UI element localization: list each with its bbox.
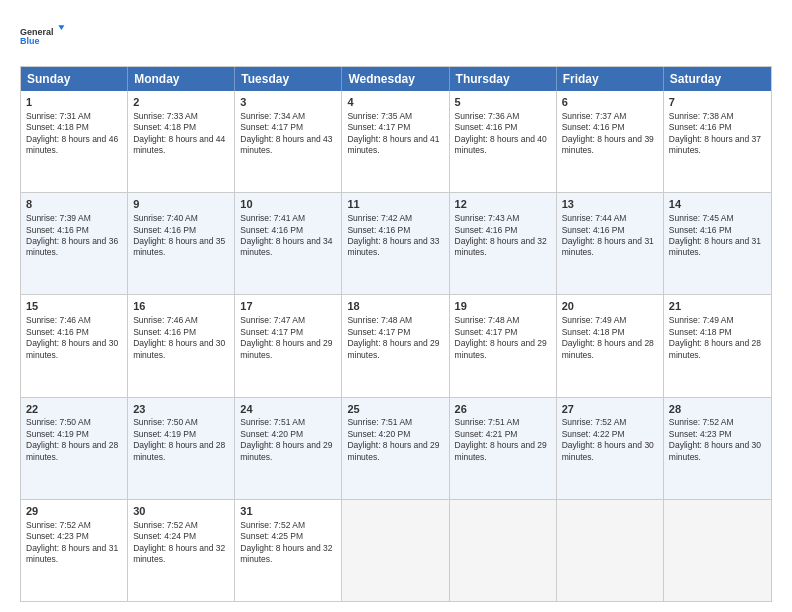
day-number: 5 xyxy=(455,95,551,110)
daylight-text: Daylight: 8 hours and 32 minutes. xyxy=(240,543,332,564)
daylight-text: Daylight: 8 hours and 40 minutes. xyxy=(455,134,547,155)
day-number: 18 xyxy=(347,299,443,314)
sunrise-text: Sunrise: 7:52 AM xyxy=(240,520,305,530)
sunset-text: Sunset: 4:16 PM xyxy=(562,225,625,235)
sunset-text: Sunset: 4:25 PM xyxy=(240,531,303,541)
sunrise-text: Sunrise: 7:47 AM xyxy=(240,315,305,325)
svg-text:General: General xyxy=(20,27,54,37)
calendar-week-3: 15Sunrise: 7:46 AMSunset: 4:16 PMDayligh… xyxy=(21,295,771,397)
daylight-text: Daylight: 8 hours and 29 minutes. xyxy=(455,440,547,461)
table-row xyxy=(450,500,557,601)
day-number: 27 xyxy=(562,402,658,417)
table-row: 23Sunrise: 7:50 AMSunset: 4:19 PMDayligh… xyxy=(128,398,235,499)
day-number: 6 xyxy=(562,95,658,110)
sunset-text: Sunset: 4:18 PM xyxy=(133,122,196,132)
day-number: 29 xyxy=(26,504,122,519)
daylight-text: Daylight: 8 hours and 32 minutes. xyxy=(133,543,225,564)
table-row: 27Sunrise: 7:52 AMSunset: 4:22 PMDayligh… xyxy=(557,398,664,499)
table-row: 19Sunrise: 7:48 AMSunset: 4:17 PMDayligh… xyxy=(450,295,557,396)
day-number: 23 xyxy=(133,402,229,417)
sunrise-text: Sunrise: 7:51 AM xyxy=(455,417,520,427)
sunset-text: Sunset: 4:16 PM xyxy=(133,225,196,235)
sunrise-text: Sunrise: 7:37 AM xyxy=(562,111,627,121)
sunrise-text: Sunrise: 7:51 AM xyxy=(347,417,412,427)
daylight-text: Daylight: 8 hours and 43 minutes. xyxy=(240,134,332,155)
table-row: 11Sunrise: 7:42 AMSunset: 4:16 PMDayligh… xyxy=(342,193,449,294)
day-number: 20 xyxy=(562,299,658,314)
daylight-text: Daylight: 8 hours and 30 minutes. xyxy=(669,440,761,461)
sunrise-text: Sunrise: 7:41 AM xyxy=(240,213,305,223)
calendar: Sunday Monday Tuesday Wednesday Thursday… xyxy=(20,66,772,602)
sunrise-text: Sunrise: 7:42 AM xyxy=(347,213,412,223)
sunrise-text: Sunrise: 7:33 AM xyxy=(133,111,198,121)
calendar-page: General Blue Sunday Monday Tuesday Wedne… xyxy=(0,0,792,612)
sunset-text: Sunset: 4:19 PM xyxy=(26,429,89,439)
table-row: 21Sunrise: 7:49 AMSunset: 4:18 PMDayligh… xyxy=(664,295,771,396)
header-monday: Monday xyxy=(128,67,235,91)
day-number: 16 xyxy=(133,299,229,314)
sunrise-text: Sunrise: 7:49 AM xyxy=(669,315,734,325)
sunrise-text: Sunrise: 7:46 AM xyxy=(133,315,198,325)
header-sunday: Sunday xyxy=(21,67,128,91)
table-row: 18Sunrise: 7:48 AMSunset: 4:17 PMDayligh… xyxy=(342,295,449,396)
calendar-week-1: 1Sunrise: 7:31 AMSunset: 4:18 PMDaylight… xyxy=(21,91,771,193)
table-row: 16Sunrise: 7:46 AMSunset: 4:16 PMDayligh… xyxy=(128,295,235,396)
daylight-text: Daylight: 8 hours and 41 minutes. xyxy=(347,134,439,155)
sunrise-text: Sunrise: 7:36 AM xyxy=(455,111,520,121)
table-row: 8Sunrise: 7:39 AMSunset: 4:16 PMDaylight… xyxy=(21,193,128,294)
daylight-text: Daylight: 8 hours and 31 minutes. xyxy=(26,543,118,564)
table-row: 22Sunrise: 7:50 AMSunset: 4:19 PMDayligh… xyxy=(21,398,128,499)
sunrise-text: Sunrise: 7:43 AM xyxy=(455,213,520,223)
calendar-week-2: 8Sunrise: 7:39 AMSunset: 4:16 PMDaylight… xyxy=(21,193,771,295)
day-number: 2 xyxy=(133,95,229,110)
day-number: 26 xyxy=(455,402,551,417)
daylight-text: Daylight: 8 hours and 30 minutes. xyxy=(26,338,118,359)
daylight-text: Daylight: 8 hours and 29 minutes. xyxy=(347,338,439,359)
page-header: General Blue xyxy=(20,16,772,56)
table-row: 5Sunrise: 7:36 AMSunset: 4:16 PMDaylight… xyxy=(450,91,557,192)
sunset-text: Sunset: 4:17 PM xyxy=(455,327,518,337)
sunset-text: Sunset: 4:16 PM xyxy=(455,122,518,132)
sunrise-text: Sunrise: 7:51 AM xyxy=(240,417,305,427)
sunrise-text: Sunrise: 7:44 AM xyxy=(562,213,627,223)
daylight-text: Daylight: 8 hours and 37 minutes. xyxy=(669,134,761,155)
daylight-text: Daylight: 8 hours and 28 minutes. xyxy=(26,440,118,461)
table-row: 10Sunrise: 7:41 AMSunset: 4:16 PMDayligh… xyxy=(235,193,342,294)
sunrise-text: Sunrise: 7:52 AM xyxy=(26,520,91,530)
header-tuesday: Tuesday xyxy=(235,67,342,91)
day-number: 22 xyxy=(26,402,122,417)
daylight-text: Daylight: 8 hours and 36 minutes. xyxy=(26,236,118,257)
sunrise-text: Sunrise: 7:52 AM xyxy=(133,520,198,530)
calendar-week-4: 22Sunrise: 7:50 AMSunset: 4:19 PMDayligh… xyxy=(21,398,771,500)
sunset-text: Sunset: 4:23 PM xyxy=(669,429,732,439)
sunrise-text: Sunrise: 7:50 AM xyxy=(26,417,91,427)
day-number: 1 xyxy=(26,95,122,110)
day-number: 31 xyxy=(240,504,336,519)
day-number: 13 xyxy=(562,197,658,212)
daylight-text: Daylight: 8 hours and 46 minutes. xyxy=(26,134,118,155)
header-saturday: Saturday xyxy=(664,67,771,91)
daylight-text: Daylight: 8 hours and 34 minutes. xyxy=(240,236,332,257)
table-row: 14Sunrise: 7:45 AMSunset: 4:16 PMDayligh… xyxy=(664,193,771,294)
table-row xyxy=(342,500,449,601)
sunset-text: Sunset: 4:18 PM xyxy=(562,327,625,337)
table-row: 20Sunrise: 7:49 AMSunset: 4:18 PMDayligh… xyxy=(557,295,664,396)
table-row: 9Sunrise: 7:40 AMSunset: 4:16 PMDaylight… xyxy=(128,193,235,294)
day-number: 25 xyxy=(347,402,443,417)
day-number: 8 xyxy=(26,197,122,212)
sunset-text: Sunset: 4:19 PM xyxy=(133,429,196,439)
table-row: 2Sunrise: 7:33 AMSunset: 4:18 PMDaylight… xyxy=(128,91,235,192)
calendar-week-5: 29Sunrise: 7:52 AMSunset: 4:23 PMDayligh… xyxy=(21,500,771,601)
sunrise-text: Sunrise: 7:48 AM xyxy=(347,315,412,325)
table-row: 1Sunrise: 7:31 AMSunset: 4:18 PMDaylight… xyxy=(21,91,128,192)
table-row: 30Sunrise: 7:52 AMSunset: 4:24 PMDayligh… xyxy=(128,500,235,601)
day-number: 30 xyxy=(133,504,229,519)
sunrise-text: Sunrise: 7:40 AM xyxy=(133,213,198,223)
day-number: 19 xyxy=(455,299,551,314)
daylight-text: Daylight: 8 hours and 30 minutes. xyxy=(133,338,225,359)
daylight-text: Daylight: 8 hours and 28 minutes. xyxy=(562,338,654,359)
daylight-text: Daylight: 8 hours and 30 minutes. xyxy=(562,440,654,461)
sunset-text: Sunset: 4:17 PM xyxy=(347,122,410,132)
daylight-text: Daylight: 8 hours and 29 minutes. xyxy=(240,440,332,461)
sunrise-text: Sunrise: 7:34 AM xyxy=(240,111,305,121)
